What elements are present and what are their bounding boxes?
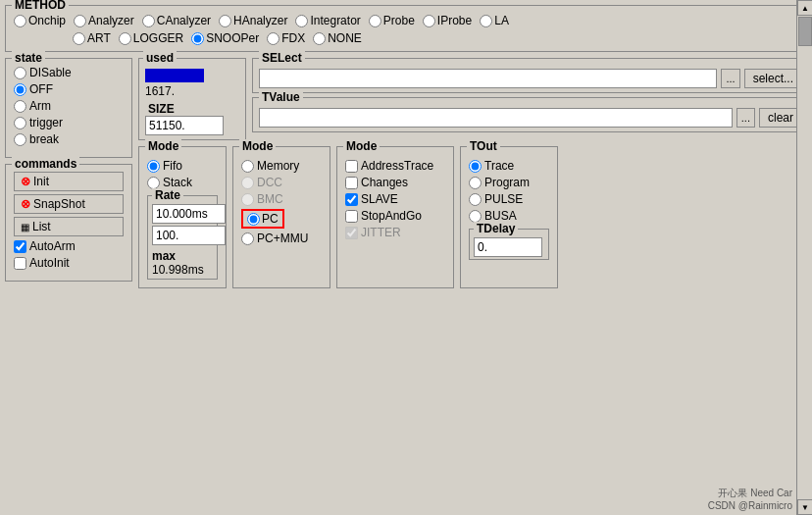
init-icon: ⊗ xyxy=(21,175,30,188)
scrollbar[interactable]: ▲ ▼ xyxy=(796,0,812,515)
method-analyzer[interactable]: Analyzer xyxy=(74,14,134,27)
tout-trace[interactable]: Trace xyxy=(469,159,549,173)
pc-highlight: PC xyxy=(241,209,284,229)
select-tvalue-area: SELect ... select... TValue ... xyxy=(252,58,809,140)
autoinit-check[interactable]: AutoInit xyxy=(14,256,124,270)
method-snooper[interactable]: SNOOPer xyxy=(191,31,259,45)
changes-check[interactable]: Changes xyxy=(345,176,445,189)
mode-fifo[interactable]: Fifo xyxy=(147,159,218,173)
select-input[interactable] xyxy=(259,69,717,88)
state-label: state xyxy=(12,51,45,65)
mode-address-label: Mode xyxy=(343,139,380,153)
used-bar xyxy=(145,69,204,82)
tout-label: TOut xyxy=(467,139,500,153)
used-box: used 1617. SIZE xyxy=(138,58,246,140)
method-art[interactable]: ART xyxy=(73,31,111,45)
state-break[interactable]: break xyxy=(14,132,124,146)
size-input[interactable] xyxy=(145,116,224,135)
method-group: METHOD Onchip Analyzer CAnalyzer HAnalyz… xyxy=(5,5,809,52)
state-arm[interactable]: Arm xyxy=(14,99,124,113)
method-integrator[interactable]: Integrator xyxy=(295,14,360,27)
snapshot-icon: ⊗ xyxy=(21,197,30,211)
select-dots-button[interactable]: ... xyxy=(721,69,739,88)
select-button[interactable]: select... xyxy=(744,69,802,88)
mode-pc[interactable]: PC xyxy=(241,209,322,229)
left-column: state DISable OFF Arm trigger break xyxy=(5,58,132,288)
autoarm-check[interactable]: AutoArm xyxy=(14,239,124,253)
method-label: METHOD xyxy=(12,0,69,12)
max-value: 10.998ms xyxy=(152,263,213,277)
tdelay-box: TDelay xyxy=(469,229,549,260)
method-la[interactable]: LA xyxy=(480,14,509,27)
method-none[interactable]: NONE xyxy=(313,31,362,45)
scrollbar-thumb[interactable] xyxy=(798,17,812,46)
scrollbar-up-button[interactable]: ▲ xyxy=(797,0,812,16)
top-fields: used 1617. SIZE SELect xyxy=(138,58,809,140)
mode-memory-label: Mode xyxy=(239,139,276,153)
method-logger[interactable]: LOGGER xyxy=(119,31,183,45)
mode-stack[interactable]: Stack xyxy=(147,176,218,189)
mode-row: Mode Fifo Stack Rate xyxy=(138,146,809,288)
jitter-check[interactable]: JITTER xyxy=(345,226,445,239)
method-hanalyzer[interactable]: HAnalyzer xyxy=(219,14,287,27)
mode-address-box: Mode AddressTrace Changes SLAVE StopAn xyxy=(336,146,454,288)
tdelay-input[interactable] xyxy=(474,237,542,257)
tout-pulse[interactable]: PULSE xyxy=(469,192,549,206)
state-trigger[interactable]: trigger xyxy=(14,116,124,129)
middle-area: used 1617. SIZE SELect xyxy=(138,58,809,288)
mode-memory[interactable]: Memory xyxy=(241,159,322,173)
tout-busa[interactable]: BUSA xyxy=(469,209,549,223)
mode-bmc[interactable]: BMC xyxy=(241,192,322,206)
method-onchip[interactable]: Onchip xyxy=(14,14,66,27)
tout-box: TOut Trace Program PULSE BUSA xyxy=(460,146,558,288)
snapshot-button[interactable]: ⊗ SnapShot xyxy=(14,194,124,214)
tout-program[interactable]: Program xyxy=(469,176,549,189)
mode-fifostack-box: Mode Fifo Stack Rate xyxy=(138,146,227,288)
init-button[interactable]: ⊗ Init xyxy=(14,172,124,191)
method-row2: ART LOGGER SNOOPer FDX NONE xyxy=(73,31,800,45)
content-area: state DISable OFF Arm trigger break xyxy=(5,58,809,288)
scrollbar-down-button[interactable]: ▼ xyxy=(797,499,812,515)
used-value: 1617. xyxy=(145,84,239,98)
state-disable[interactable]: DISable xyxy=(14,66,124,79)
rate-input1[interactable] xyxy=(152,204,226,224)
list-icon: ▦ xyxy=(21,222,29,232)
rate-input2[interactable] xyxy=(152,226,226,245)
method-iprobe[interactable]: IProbe xyxy=(423,14,472,27)
watermark-line2: CSDN @Rainmicro xyxy=(708,500,792,511)
method-probe[interactable]: Probe xyxy=(369,14,415,27)
state-panel: state DISable OFF Arm trigger break xyxy=(5,58,132,158)
watermark: 开心果 Need Car CSDN @Rainmicro xyxy=(708,487,792,511)
select-box: SELect ... select... xyxy=(252,58,809,93)
tdelay-label: TDelay xyxy=(474,222,518,235)
mode-dcc[interactable]: DCC xyxy=(241,176,322,189)
stopandgo-check[interactable]: StopAndGo xyxy=(345,209,445,223)
mode-fifostack-label: Mode xyxy=(145,139,181,153)
method-row1: Onchip Analyzer CAnalyzer HAnalyzer Inte… xyxy=(14,14,800,27)
tvalue-label: TValue xyxy=(259,90,303,104)
commands-panel: commands ⊗ Init ⊗ SnapShot ▦ List AutoAr… xyxy=(5,164,132,282)
state-off[interactable]: OFF xyxy=(14,82,124,96)
mode-memory-box: Mode Memory DCC BMC P xyxy=(232,146,330,288)
slave-check[interactable]: SLAVE xyxy=(345,192,445,206)
main-container: METHOD Onchip Analyzer CAnalyzer HAnalyz… xyxy=(5,5,809,288)
tvalue-input[interactable] xyxy=(259,108,733,128)
list-button[interactable]: ▦ List xyxy=(14,217,124,236)
used-label: used xyxy=(143,51,177,65)
commands-label: commands xyxy=(12,157,79,171)
select-label: SELect xyxy=(259,51,305,65)
tvalue-box: TValue ... clear xyxy=(252,97,809,132)
tvalue-dots-button[interactable]: ... xyxy=(736,108,755,128)
mode-pcmmu[interactable]: PC+MMU xyxy=(241,232,322,245)
addresstrace-check[interactable]: AddressTrace xyxy=(345,159,445,173)
rate-box: Rate max 10.998ms xyxy=(147,195,218,280)
rate-label: Rate xyxy=(152,188,183,202)
watermark-line1: 开心果 Need Car xyxy=(708,487,792,500)
max-label: max xyxy=(152,249,176,263)
method-fdx[interactable]: FDX xyxy=(267,31,305,45)
size-label: SIZE xyxy=(145,102,178,116)
method-canalyzer[interactable]: CAnalyzer xyxy=(142,14,211,27)
